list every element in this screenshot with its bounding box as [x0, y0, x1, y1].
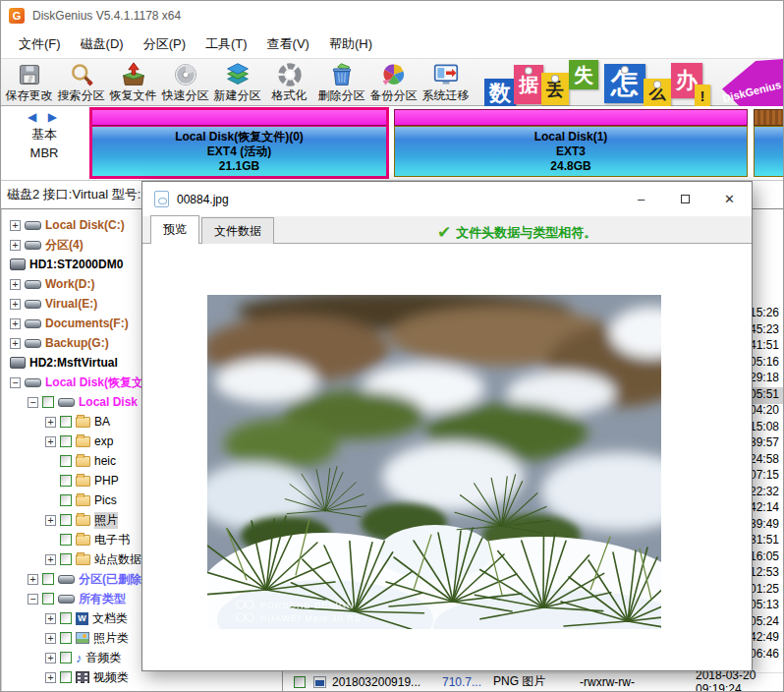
- checkbox[interactable]: [60, 612, 72, 624]
- disk-icon: [58, 398, 75, 407]
- dialog-maximize-button[interactable]: [663, 182, 707, 216]
- image-file-icon: [313, 676, 326, 688]
- globe-icon: [76, 691, 88, 692]
- picture-icon: [76, 632, 89, 644]
- format-button[interactable]: 格式化: [263, 59, 315, 106]
- partition-block-ext4[interactable]: Local Disk(恢复文件)(0) EXT4 (活动) 21.1GB: [91, 109, 387, 177]
- checkbox[interactable]: [42, 396, 54, 408]
- checkbox[interactable]: [60, 632, 72, 644]
- trash-icon: [328, 61, 356, 88]
- checkbox[interactable]: [60, 435, 72, 447]
- checkbox[interactable]: [60, 455, 72, 467]
- tree-item-partial[interactable]: +: [2, 687, 282, 691]
- save-changes-button[interactable]: 保存更改: [3, 59, 55, 106]
- disk-icon: [25, 300, 41, 309]
- magnifier-icon: [68, 61, 95, 88]
- checkbox[interactable]: [60, 534, 72, 546]
- dialog-title: 00884.jpg: [177, 193, 619, 206]
- folder-icon: [76, 495, 90, 506]
- svg-text:PORSCHE DESIGN: PORSCHE DESIGN: [260, 601, 355, 610]
- banner-tag: 么: [644, 79, 671, 106]
- quick-partition-button[interactable]: 快速分区: [159, 59, 211, 106]
- banner-tag: 失: [569, 60, 598, 89]
- partition-color-strip: [91, 109, 387, 126]
- disk-icon: [25, 378, 41, 387]
- check-icon: ✔: [437, 222, 451, 243]
- tab-preview[interactable]: 预览: [150, 215, 199, 244]
- menu-file[interactable]: 文件(F): [9, 31, 71, 57]
- backup-partition-button[interactable]: 备份分区: [367, 59, 420, 106]
- promo-banner: 数 据 丢 失 怎 么 办 !: [484, 59, 728, 107]
- menu-disk[interactable]: 磁盘(D): [71, 31, 134, 57]
- folder-icon: [76, 554, 90, 565]
- disk-nav: ◀ ▶ 基本 MBR: [1, 110, 87, 160]
- checkbox[interactable]: [294, 676, 306, 688]
- folder-icon: [76, 436, 90, 447]
- harddisk-icon: [10, 259, 26, 270]
- photo-preview: PORSCHE DESIGN HUAWEI Mate 30 RS: [207, 295, 661, 629]
- menu-help[interactable]: 帮助(H): [319, 31, 382, 57]
- diskgenius-brand-arrow: DiskGenius: [722, 59, 783, 107]
- film-icon: [76, 671, 89, 683]
- menu-view[interactable]: 查看(V): [257, 31, 319, 57]
- menu-tools[interactable]: 工具(T): [196, 31, 257, 57]
- banner-tag: 丢: [541, 73, 569, 105]
- checkbox[interactable]: [60, 494, 72, 506]
- music-note-icon: ♪: [76, 652, 83, 664]
- folder-icon: [76, 417, 90, 428]
- dialog-close-button[interactable]: ✕: [707, 182, 752, 216]
- word-doc-icon: W: [76, 612, 88, 625]
- disk-type-label: 基本: [1, 126, 87, 144]
- dialog-title-bar: 00884.jpg – ✕: [142, 182, 752, 216]
- file-size: 710.7...: [442, 675, 493, 689]
- file-permissions: -rwxrw-rw-: [580, 675, 696, 689]
- file-row-png[interactable]: 201803200919... 710.7... PNG 图片 -rwxrw-r…: [284, 672, 783, 690]
- new-partition-button[interactable]: 新建分区: [211, 59, 263, 106]
- partition-table-label: MBR: [1, 145, 87, 160]
- header-match-status: ✔ 文件头数据与类型相符。: [437, 222, 596, 243]
- checkbox[interactable]: [60, 553, 72, 565]
- dialog-minimize-button[interactable]: –: [619, 182, 663, 216]
- disc-icon: [172, 61, 199, 88]
- diskgenius-window: G DiskGenius V5.4.1.1178 x64 文件(F) 磁盘(D)…: [0, 0, 784, 692]
- partition-map: ◀ ▶ 基本 MBR Local Disk(恢复文件)(0) EXT4 (活动)…: [1, 106, 783, 181]
- dialog-content: PORSCHE DESIGN HUAWEI Mate 30 RS: [142, 245, 752, 670]
- file-type: PNG 图片: [493, 673, 580, 690]
- disk-icon: [25, 339, 41, 348]
- app-logo-icon: G: [9, 8, 25, 24]
- checkbox[interactable]: [60, 475, 72, 487]
- delete-partition-button[interactable]: 删除分区: [315, 59, 367, 106]
- pie-icon: [380, 61, 408, 88]
- menu-partition[interactable]: 分区(P): [134, 31, 196, 57]
- window-title: DiskGenius V5.4.1.1178 x64: [32, 9, 181, 23]
- folder-icon: [76, 476, 90, 487]
- partition-block-ext3[interactable]: Local Disk(1) EXT3 24.8GB: [394, 109, 748, 177]
- folder-icon: [76, 535, 90, 546]
- disk-prev-next-arrows[interactable]: ◀ ▶: [1, 110, 87, 124]
- recover-files-button[interactable]: 恢复文件: [107, 59, 159, 106]
- checkbox[interactable]: [42, 573, 54, 585]
- format-disc-icon: [276, 61, 304, 88]
- folder-icon: [76, 456, 90, 467]
- banner-tag: !: [695, 85, 710, 106]
- tab-file-data[interactable]: 文件数据: [201, 217, 274, 244]
- search-partition-button[interactable]: 搜索分区: [55, 59, 107, 106]
- checkbox[interactable]: [60, 416, 72, 428]
- banner-tag: 数: [484, 79, 516, 107]
- disk-icon: [58, 595, 75, 604]
- svg-text:HUAWEI Mate 30 RS: HUAWEI Mate 30 RS: [260, 613, 362, 623]
- partition-block-partial[interactable]: [754, 109, 784, 177]
- partition-color-strip: [394, 109, 748, 126]
- menu-bar: 文件(F) 磁盘(D) 分区(P) 工具(T) 查看(V) 帮助(H): [1, 30, 783, 58]
- checkbox[interactable]: [60, 652, 72, 663]
- file-datetime: 2018-03-20 09:19:24: [696, 668, 783, 692]
- checkbox[interactable]: [60, 514, 72, 526]
- folder-open-icon: [76, 515, 90, 526]
- partition-color-strip: [754, 109, 784, 126]
- system-migrate-button[interactable]: 系统迁移: [420, 59, 472, 106]
- checkbox[interactable]: [60, 671, 72, 683]
- checkbox[interactable]: [42, 593, 54, 605]
- disk-icon: [25, 241, 41, 250]
- file-preview-icon: [154, 191, 169, 207]
- monitor-arrow-icon: [432, 61, 460, 88]
